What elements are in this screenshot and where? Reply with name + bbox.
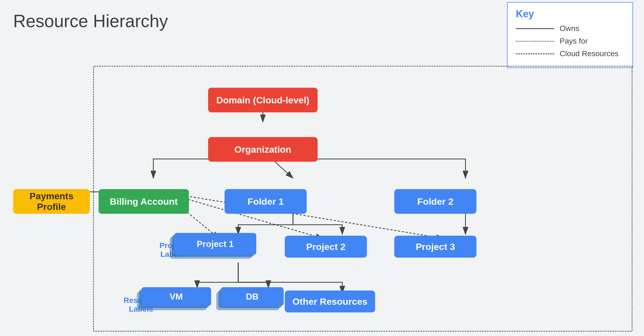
domain-node: Domain (Cloud-level)	[208, 88, 318, 112]
folder2-node: Folder 2	[394, 189, 476, 214]
owns-line-icon	[516, 28, 554, 29]
owns-label: Owns	[560, 24, 579, 33]
project3-node: Project 3	[394, 236, 476, 258]
page-title: Resource Hierarchy	[13, 11, 168, 31]
billing-account-node: Billing Account	[99, 189, 189, 214]
db-stack: DB	[216, 287, 285, 313]
project2-node: Project 2	[285, 236, 367, 258]
organization-node: Organization	[208, 137, 318, 162]
project1-stack: Project 1	[170, 233, 260, 260]
folder1-node: Folder 1	[225, 189, 307, 214]
key-title: Key	[516, 8, 624, 20]
pays-line-icon	[516, 41, 554, 42]
other-resources-node: Other Resources	[285, 291, 375, 312]
payments-profile-node: Payments Profile	[13, 189, 90, 214]
key-item-owns: Owns	[516, 24, 624, 33]
vm-stack: VM	[137, 287, 214, 313]
diagram: Domain (Cloud-level) Organization Billin…	[0, 44, 644, 336]
